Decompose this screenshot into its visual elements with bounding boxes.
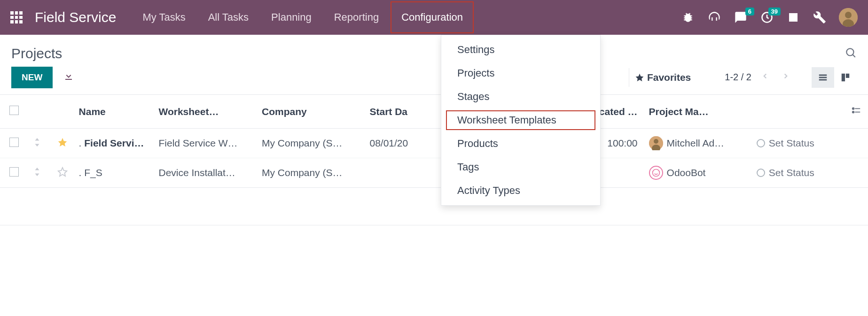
support-icon[interactable] [707,10,721,24]
dropdown-stages[interactable]: Stages [441,85,600,108]
breadcrumb-row: Projects [0,35,868,67]
cell-company: My Company (S… [256,158,364,188]
optional-fields-icon[interactable] [845,95,868,129]
col-manager[interactable]: Project Ma… [643,95,751,129]
drag-handle-icon[interactable] [34,138,42,148]
pager: 1-2 / 2 [725,71,793,84]
dropdown-tags[interactable]: Tags [441,155,600,179]
svg-rect-5 [819,74,827,76]
nav-planning[interactable]: Planning [260,1,323,34]
cell-status[interactable]: Set Status [751,158,845,188]
cell-name: . F_S [73,158,153,188]
messages-icon[interactable]: 6 [734,10,748,24]
svg-point-13 [654,139,658,144]
view-switcher [812,67,857,88]
svg-rect-9 [846,73,849,77]
app-title[interactable]: Field Service [35,9,116,25]
cell-manager: Mitchell Ad… [643,129,751,158]
new-button[interactable]: NEW [11,67,53,88]
cell-worksheet: Field Service W… [153,129,256,158]
pager-text[interactable]: 1-2 / 2 [725,72,751,83]
nav-configuration[interactable]: Configuration [390,1,474,34]
tools-icon[interactable] [813,10,827,24]
table-header-row: Name Worksheet… Company Start Da located… [0,95,868,129]
avatar-icon [649,136,663,150]
dropdown-products[interactable]: Products [441,132,600,155]
pager-prev-icon[interactable] [758,71,772,84]
kanban-view-icon[interactable] [834,67,857,88]
activities-icon[interactable]: 39 [760,10,774,24]
nav-all-tasks[interactable]: All Tasks [197,1,260,34]
svg-point-2 [845,12,852,18]
col-company[interactable]: Company [256,95,364,129]
topbar-right: 6 39 [681,8,858,27]
dropdown-activity-types[interactable]: Activity Types [441,179,600,202]
drag-handle-icon[interactable] [34,167,42,178]
cell-manager: OdooBot [643,158,751,188]
select-all-checkbox[interactable] [9,106,19,115]
cell-status[interactable]: Set Status [751,129,845,158]
favorites-menu[interactable]: Favorites [629,68,696,87]
dropdown-worksheet-templates[interactable]: Worksheet Templates [445,109,596,131]
company-icon[interactable] [786,10,800,24]
row-checkbox[interactable] [9,167,19,177]
svg-rect-8 [842,73,845,81]
nav-my-tasks[interactable]: My Tasks [131,1,196,34]
svg-point-15 [652,170,659,177]
star-filled-icon[interactable] [57,139,68,149]
svg-point-4 [846,48,853,55]
status-circle-icon [757,139,765,147]
col-worksheet[interactable]: Worksheet… [153,95,256,129]
dropdown-settings[interactable]: Settings [441,38,600,62]
star-icon [635,73,644,82]
bot-avatar-icon [649,166,663,180]
cell-worksheet: Device Installat… [153,158,256,188]
right-controls: Favorites 1-2 / 2 [629,67,857,88]
messages-badge: 6 [745,8,754,15]
table-row[interactable]: . Field Servi… Field Service W… My Compa… [0,129,868,158]
list-view-icon[interactable] [812,67,834,88]
cell-name: . Field Servi… [73,129,153,158]
svg-rect-6 [819,77,827,78]
star-empty-icon[interactable] [57,168,68,179]
search-icon[interactable] [845,46,857,61]
table-footer-space [0,188,868,225]
col-name[interactable]: Name [73,95,153,129]
favorites-label: Favorites [647,72,691,83]
svg-point-10 [852,108,854,110]
svg-point-11 [852,111,854,113]
configuration-dropdown: Settings Projects Stages Worksheet Templ… [441,35,601,206]
page-title: Projects [11,46,62,62]
user-avatar[interactable] [839,8,858,27]
main-nav: My Tasks All Tasks Planning Reporting Co… [131,1,474,34]
top-navbar: Field Service My Tasks All Tasks Plannin… [0,0,868,35]
table-row[interactable]: . F_S Device Installat… My Company (S… O… [0,158,868,188]
debug-icon[interactable] [681,10,695,24]
svg-rect-7 [819,79,827,80]
status-circle-icon [757,169,765,177]
dropdown-projects[interactable]: Projects [441,62,600,85]
projects-table: Name Worksheet… Company Start Da located… [0,95,868,187]
nav-reporting[interactable]: Reporting [323,1,390,34]
cell-company: My Company (S… [256,129,364,158]
row-checkbox[interactable] [9,138,19,147]
download-icon[interactable] [63,70,74,84]
pager-next-icon[interactable] [779,71,793,84]
apps-menu-icon[interactable] [10,11,23,23]
activities-badge: 39 [768,8,781,15]
action-row: NEW Favorites 1-2 / 2 [0,67,868,95]
